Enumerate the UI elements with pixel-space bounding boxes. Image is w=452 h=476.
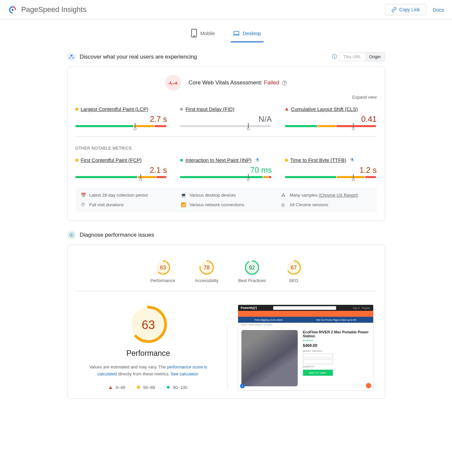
info-network: Various network connections bbox=[189, 202, 244, 207]
metric-lcp-value: 2.7 s bbox=[75, 115, 167, 124]
tab-desktop[interactable]: Desktop bbox=[231, 25, 264, 42]
chat-badge-icon bbox=[366, 383, 371, 388]
lab-data-icon bbox=[67, 231, 76, 239]
metric-cls-bar bbox=[285, 125, 377, 127]
info-period: Latest 28-day collection period bbox=[89, 193, 148, 198]
metric-fcp[interactable]: First Contentful Paint (FCP) bbox=[81, 157, 142, 163]
scope-toggle: This URL Origin bbox=[339, 52, 385, 61]
metric-ttfb[interactable]: Time to First Byte (TTFB) bbox=[290, 157, 346, 163]
info-samples: Many samples (Chrome UX Report) bbox=[290, 193, 358, 198]
tab-mobile[interactable]: Mobile bbox=[188, 25, 218, 42]
help-icon[interactable]: ? bbox=[282, 81, 287, 85]
svg-text:67: 67 bbox=[291, 265, 297, 270]
triangle-marker-icon bbox=[285, 108, 288, 111]
flask-icon[interactable]: ⚗ bbox=[350, 158, 354, 163]
score-seo[interactable]: 67 SEO bbox=[286, 260, 302, 283]
perf-title: Performance bbox=[126, 349, 170, 358]
svg-text:63: 63 bbox=[160, 265, 166, 270]
expand-view-link[interactable]: Expand view bbox=[75, 95, 377, 100]
metric-cls-value: 0.41 bbox=[285, 115, 377, 124]
metric-inp-value: 70 ms bbox=[180, 166, 272, 175]
flask-icon[interactable]: ⚗ bbox=[255, 158, 259, 163]
network-icon: 📶 bbox=[181, 202, 186, 207]
square-marker-icon bbox=[285, 159, 288, 162]
page-screenshot: PowerMy[•]Sign in Register Free shipping… bbox=[238, 305, 374, 391]
see-calculator-link[interactable]: See calculator bbox=[171, 371, 198, 376]
phone-icon bbox=[191, 29, 197, 37]
svg-point-10 bbox=[174, 83, 175, 84]
svg-text:92: 92 bbox=[249, 265, 255, 270]
score-best-practices[interactable]: 92 Best Practices bbox=[238, 260, 266, 283]
metric-fid-bar bbox=[180, 125, 272, 127]
svg-marker-9 bbox=[175, 81, 177, 84]
svg-text:63: 63 bbox=[141, 318, 155, 332]
square-marker-icon bbox=[137, 386, 140, 389]
svg-point-8 bbox=[73, 57, 74, 59]
info-badge-icon: i bbox=[240, 384, 245, 388]
svg-text:78: 78 bbox=[204, 265, 210, 270]
samples-icon: ⁂ bbox=[281, 193, 286, 198]
square-marker-icon bbox=[75, 108, 78, 111]
metric-inp[interactable]: Interaction to Next Paint (INP) bbox=[185, 157, 251, 163]
metric-inp-bar bbox=[180, 176, 272, 178]
circle-marker-icon bbox=[180, 159, 183, 162]
toggle-origin[interactable]: Origin bbox=[365, 53, 385, 61]
metric-ttfb-value: 1.2 s bbox=[285, 166, 377, 175]
docs-link[interactable]: Docs bbox=[433, 7, 444, 13]
crux-link[interactable]: Chrome UX Report bbox=[320, 193, 357, 198]
metric-cls[interactable]: Cumulative Layout Shift (CLS) bbox=[291, 106, 358, 112]
calendar-icon: 📅 bbox=[81, 193, 86, 198]
cwv-badge-icon bbox=[165, 75, 181, 91]
desktop-icon bbox=[233, 29, 239, 37]
chrome-icon: ◎ bbox=[281, 202, 286, 207]
svg-point-3 bbox=[194, 36, 194, 36]
metric-fcp-bar bbox=[75, 176, 167, 178]
field-data-icon bbox=[67, 53, 76, 61]
metric-lcp-bar bbox=[75, 125, 167, 127]
svg-point-12 bbox=[71, 234, 72, 236]
svg-rect-4 bbox=[234, 31, 239, 35]
svg-point-6 bbox=[71, 55, 73, 57]
metric-fid[interactable]: First Input Delay (FID) bbox=[185, 106, 234, 112]
info-devices: Various desktop devices bbox=[189, 193, 236, 198]
metric-lcp[interactable]: Largest Contentful Paint (LCP) bbox=[81, 106, 148, 112]
circle-marker-icon bbox=[167, 386, 170, 389]
performance-gauge: 63 bbox=[128, 305, 168, 344]
toggle-this-url[interactable]: This URL bbox=[339, 53, 365, 61]
app-title: PageSpeed Insights bbox=[21, 5, 86, 14]
lab-section-title: Diagnose performance issues bbox=[80, 232, 154, 238]
circle-marker-icon bbox=[180, 108, 183, 111]
field-section-title: Discover what your real users are experi… bbox=[80, 54, 197, 60]
cwv-assessment-label: Core Web Vitals Assessment: bbox=[188, 79, 262, 86]
info-durations: Full visit durations bbox=[89, 202, 124, 207]
metric-ttfb-bar bbox=[285, 176, 377, 178]
link-icon bbox=[391, 7, 397, 12]
score-performance[interactable]: 63 Performance bbox=[150, 260, 175, 283]
timer-icon: ⏱ bbox=[81, 202, 86, 207]
other-metrics-title: OTHER NOTABLE METRICS bbox=[75, 146, 377, 151]
svg-point-7 bbox=[69, 57, 71, 59]
score-accessibility[interactable]: 78 Accessibility bbox=[195, 260, 219, 283]
info-chrome: All Chrome versions bbox=[290, 202, 328, 207]
metric-fcp-value: 2.1 s bbox=[75, 166, 167, 175]
square-marker-icon bbox=[75, 159, 78, 162]
devices-icon: 💻 bbox=[181, 193, 186, 198]
triangle-marker-icon bbox=[109, 386, 112, 389]
copy-link-button[interactable]: Copy Link bbox=[385, 4, 426, 15]
metric-fid-value: N/A bbox=[180, 115, 272, 124]
svg-point-1 bbox=[12, 9, 14, 11]
cwv-status: Failed bbox=[264, 79, 279, 86]
psi-logo-icon bbox=[8, 5, 17, 14]
info-icon[interactable]: ⓘ bbox=[332, 54, 337, 60]
perf-desc: Values are estimated and may vary. The p… bbox=[85, 364, 211, 378]
